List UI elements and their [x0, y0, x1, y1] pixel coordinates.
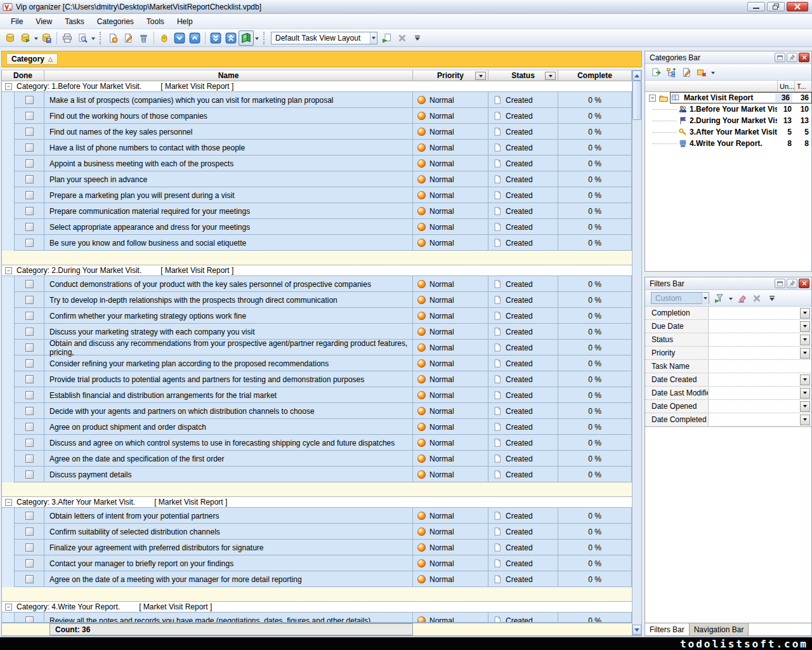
column-header-name[interactable]: Name: [44, 70, 413, 81]
menu-item-tasks[interactable]: Tasks: [59, 15, 90, 28]
task-row[interactable]: Confirm suitability of selected distribu…: [2, 524, 632, 540]
task-checkbox[interactable]: [25, 128, 34, 136]
task-row[interactable]: Finalize your agreement with preferred d…: [2, 540, 632, 555]
filters-overflow-button[interactable]: [765, 291, 779, 305]
apply-layout-button[interactable]: [379, 30, 395, 46]
apply-filter-button[interactable]: [712, 291, 726, 305]
task-row[interactable]: Agree on the date of a meeting with your…: [2, 571, 632, 587]
task-row[interactable]: Confirm whether your marketing strategy …: [2, 308, 632, 324]
close-button[interactable]: [787, 2, 808, 11]
task-checkbox[interactable]: [25, 470, 34, 479]
delete-filter-button[interactable]: [750, 291, 764, 305]
task-checkbox[interactable]: [25, 375, 34, 383]
task-checkbox[interactable]: [25, 143, 34, 152]
filter-dropdown-button[interactable]: [800, 388, 810, 399]
menu-item-categories[interactable]: Categories: [91, 15, 140, 28]
new-database-button[interactable]: [3, 30, 18, 46]
add-subcategory-button[interactable]: [664, 65, 678, 79]
task-row[interactable]: Discuss and agree on which control syste…: [2, 435, 632, 451]
task-checkbox[interactable]: [25, 454, 34, 463]
print-button[interactable]: [60, 30, 75, 46]
menu-item-tools[interactable]: Tools: [141, 15, 170, 28]
scrollbar-track[interactable]: [632, 81, 641, 625]
filter-preset-combo[interactable]: Custom: [651, 292, 709, 304]
dropdown-arrow-icon[interactable]: [255, 37, 259, 42]
vertical-scrollbar[interactable]: [632, 70, 642, 635]
edit-task-button[interactable]: [121, 30, 136, 46]
filters-bar-close-button[interactable]: [799, 279, 809, 288]
save-database-button[interactable]: [39, 30, 54, 46]
task-checkbox[interactable]: [25, 616, 34, 623]
task-row[interactable]: Try to develop in-depth relationships wi…: [2, 292, 632, 308]
task-row[interactable]: Provide trial products to potential agen…: [2, 371, 632, 387]
task-view-layout-button[interactable]: [239, 30, 254, 46]
collapse-icon[interactable]: −: [5, 499, 12, 506]
group-by-category-button[interactable]: Category △: [6, 53, 58, 65]
priority-filter-button[interactable]: [475, 72, 486, 80]
task-row[interactable]: Contact your manager to briefly report o…: [2, 555, 632, 571]
tree-column-header-undone[interactable]: Un...: [777, 81, 794, 91]
task-row[interactable]: Find out names of the key sales personne…: [2, 124, 632, 140]
restore-button[interactable]: [767, 2, 785, 11]
filter-dropdown-button[interactable]: [800, 308, 810, 319]
collapse-icon[interactable]: −: [649, 95, 656, 102]
add-category-button[interactable]: [649, 65, 663, 79]
task-checkbox[interactable]: [25, 527, 34, 536]
edit-category-button[interactable]: [679, 65, 693, 79]
move-down-button[interactable]: [172, 30, 187, 46]
filter-value-field[interactable]: [709, 333, 800, 346]
task-row[interactable]: Appoint a business meeting with each of …: [2, 156, 632, 171]
filters-bar-pin-button[interactable]: [787, 279, 797, 288]
column-header-done[interactable]: Done: [2, 70, 44, 81]
task-row[interactable]: Prepare a marketing plan you will presen…: [2, 187, 632, 203]
task-checkbox[interactable]: [25, 391, 34, 399]
menu-item-file[interactable]: File: [5, 15, 29, 28]
menu-item-view[interactable]: View: [30, 15, 58, 28]
collapse-icon[interactable]: −: [5, 267, 12, 274]
minimize-button[interactable]: [747, 2, 765, 11]
task-checkbox[interactable]: [25, 328, 34, 336]
categories-bar-close-button[interactable]: [799, 53, 809, 62]
task-checkbox[interactable]: [25, 359, 34, 368]
filter-dropdown-button[interactable]: [800, 348, 810, 359]
task-row[interactable]: Establish financial and distribution arr…: [2, 387, 632, 403]
column-header-priority[interactable]: Priority: [413, 70, 488, 81]
move-up-button[interactable]: [187, 30, 202, 46]
delete-layout-button[interactable]: [395, 30, 410, 46]
task-checkbox[interactable]: [25, 312, 34, 320]
new-task-button[interactable]: [105, 30, 121, 46]
task-checkbox[interactable]: [25, 191, 34, 199]
filter-value-field[interactable]: [709, 347, 800, 359]
category-group-row[interactable]: −Category: 2.During Your Market Visit.[ …: [2, 265, 632, 276]
task-row[interactable]: Review all the notes and records you hav…: [2, 613, 632, 623]
filter-value-field[interactable]: [709, 320, 800, 333]
task-row[interactable]: Discuss payment detailsNormalCreated0 %: [2, 467, 632, 482]
task-checkbox[interactable]: [25, 239, 34, 247]
task-checkbox[interactable]: [25, 207, 34, 215]
task-checkbox[interactable]: [25, 159, 34, 168]
task-row[interactable]: Prepare communication material required …: [2, 203, 632, 219]
task-checkbox[interactable]: [25, 439, 34, 447]
open-database-button[interactable]: [18, 30, 33, 46]
tree-item-category[interactable]: 1.Before Your Market Vis1010: [645, 103, 811, 115]
move-bottom-button[interactable]: [208, 30, 223, 46]
task-checkbox[interactable]: [25, 559, 34, 567]
categories-bar-pin-button[interactable]: [787, 53, 797, 62]
filter-dropdown-button[interactable]: [800, 401, 810, 412]
brand-link[interactable]: todolistsoft.com: [680, 638, 808, 650]
layout-combo[interactable]: Default Task View Layout: [271, 32, 377, 44]
filters-bar-restore-button[interactable]: [775, 279, 785, 288]
task-row[interactable]: Plan your speech in advanceNormalCreated…: [2, 171, 632, 187]
task-checkbox[interactable]: [25, 175, 34, 183]
task-checkbox[interactable]: [25, 280, 34, 288]
task-checkbox[interactable]: [25, 407, 34, 415]
task-checkbox[interactable]: [25, 423, 34, 431]
scroll-up-button[interactable]: [632, 70, 641, 81]
filter-dropdown-button[interactable]: [800, 375, 810, 385]
combo-dropdown-icon[interactable]: [702, 293, 709, 304]
tree-item-root[interactable]: −Market Visit Report3636: [645, 92, 811, 103]
clear-filter-button[interactable]: [735, 291, 749, 305]
filter-value-field[interactable]: [709, 307, 800, 319]
task-row[interactable]: Decide with your agents and partners on …: [2, 403, 632, 419]
scrollbar-thumb[interactable]: [632, 81, 641, 120]
